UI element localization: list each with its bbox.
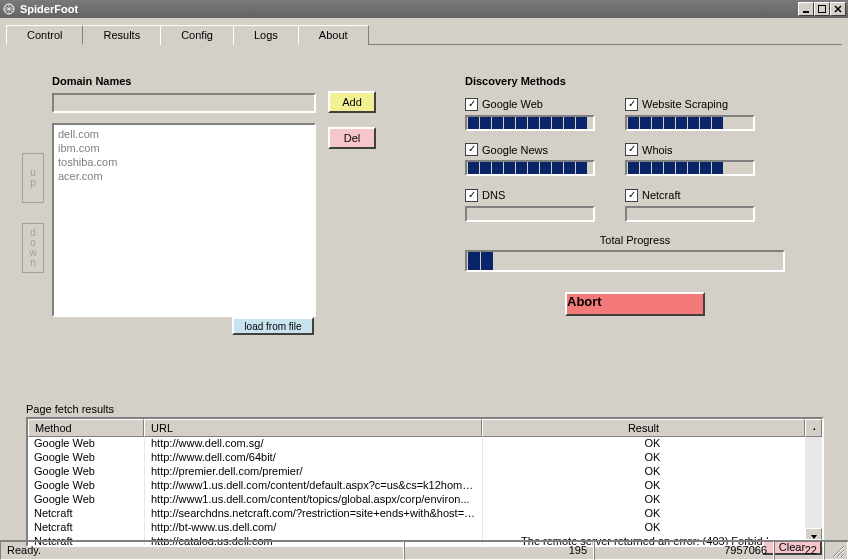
load-from-file-button[interactable]: load from file — [232, 317, 314, 335]
window-title: SpiderFoot — [20, 3, 798, 15]
table-row[interactable]: Netcrafthttp://searchdns.netcraft.com/?r… — [28, 507, 822, 521]
domain-input-wrap — [52, 93, 316, 113]
move-down-button[interactable]: d o w n — [22, 223, 44, 273]
method-whois: ✓Whois — [625, 143, 785, 177]
domain-list[interactable]: dell.com ibm.com toshiba.com acer.com — [52, 123, 316, 317]
method-label: Website Scraping — [642, 98, 728, 110]
method-netcraft: ✓Netcraft — [625, 188, 785, 222]
status-value-2: 7957066 — [594, 541, 774, 560]
tab-control[interactable]: Control — [6, 25, 83, 45]
minimize-button[interactable] — [798, 2, 814, 16]
cell-result: OK — [482, 437, 822, 451]
method-website-scraping: ✓Website Scraping — [625, 97, 785, 131]
table-row[interactable]: Google Webhttp://www.dell.com.sg/OK — [28, 437, 822, 451]
page-fetch-results-heading: Page fetch results — [26, 403, 824, 415]
app-icon — [2, 2, 16, 16]
resize-grip[interactable] — [824, 541, 848, 560]
table-row[interactable]: Google Webhttp://www1.us.dell.com/conten… — [28, 493, 822, 507]
domain-input[interactable] — [58, 97, 310, 109]
method-dns: ✓DNS — [465, 188, 625, 222]
column-header-url[interactable]: URL — [144, 419, 482, 437]
progress-bar — [465, 115, 595, 131]
del-button[interactable]: Del — [328, 127, 376, 149]
table-row[interactable]: Google Webhttp://premier.dell.com/premie… — [28, 465, 822, 479]
method-label: Google Web — [482, 98, 543, 110]
resize-grip-icon — [831, 544, 845, 558]
cell-url: http://www.dell.com.sg/ — [144, 437, 482, 451]
progress-bar — [465, 206, 595, 222]
tab-content-control: Domain Names Add Del u p d o w n dell.co… — [0, 45, 848, 65]
checkbox-google-news[interactable]: ✓ — [465, 143, 478, 156]
domain-names-heading: Domain Names — [52, 75, 131, 87]
total-progress-label: Total Progress — [465, 234, 805, 246]
add-button[interactable]: Add — [328, 91, 376, 113]
tab-config[interactable]: Config — [160, 25, 234, 45]
maximize-button[interactable] — [814, 2, 830, 16]
cell-result: OK — [482, 465, 822, 479]
checkbox-website-scraping[interactable]: ✓ — [625, 98, 638, 111]
cell-url: http://www.dell.com/64bit/ — [144, 451, 482, 465]
progress-bar — [465, 160, 595, 176]
status-value-1: 195 — [404, 541, 594, 560]
tab-about[interactable]: About — [298, 25, 369, 45]
cell-method: Google Web — [28, 451, 144, 465]
cell-method: Netcraft — [28, 507, 144, 521]
method-label: Netcraft — [642, 189, 681, 201]
cell-method: Google Web — [28, 479, 144, 493]
discovery-methods-heading: Discovery Methods — [465, 75, 805, 87]
cell-method: Google Web — [28, 437, 144, 451]
method-label: DNS — [482, 189, 505, 201]
cell-method: Google Web — [28, 493, 144, 507]
tab-strip: Control Results Config Logs About — [6, 24, 842, 45]
close-button[interactable] — [830, 2, 846, 16]
cell-url: http://bt-www.us.dell.com/ — [144, 521, 482, 535]
method-google-news: ✓Google News — [465, 143, 625, 177]
checkbox-google-web[interactable]: ✓ — [465, 98, 478, 111]
tab-logs[interactable]: Logs — [233, 25, 299, 45]
column-header-method[interactable]: Method — [28, 419, 144, 437]
progress-bar — [625, 160, 755, 176]
status-ready: Ready. — [0, 541, 404, 560]
results-table: Method URL Result Google Webhttp://www.d… — [26, 417, 824, 547]
checkbox-whois[interactable]: ✓ — [625, 143, 638, 156]
cell-result: OK — [482, 451, 822, 465]
cell-result: OK — [482, 521, 822, 535]
svg-rect-2 — [819, 6, 826, 13]
table-row[interactable]: Google Webhttp://www1.us.dell.com/conten… — [28, 479, 822, 493]
svg-rect-1 — [803, 11, 809, 13]
tab-results[interactable]: Results — [82, 25, 161, 45]
checkbox-netcraft[interactable]: ✓ — [625, 189, 638, 202]
total-progress-bar — [465, 250, 785, 272]
status-bar: Ready. 195 7957066 22 — [0, 540, 848, 560]
cell-url: http://premier.dell.com/premier/ — [144, 465, 482, 479]
progress-bar — [625, 206, 755, 222]
cell-method: Netcraft — [28, 521, 144, 535]
method-google-web: ✓Google Web — [465, 97, 625, 131]
checkbox-dns[interactable]: ✓ — [465, 189, 478, 202]
cell-result: OK — [482, 507, 822, 521]
cell-method: Google Web — [28, 465, 144, 479]
cell-url: http://searchdns.netcraft.com/?restricti… — [144, 507, 482, 521]
table-row[interactable]: Netcrafthttp://bt-www.us.dell.com/OK — [28, 521, 822, 535]
column-header-result[interactable]: Result — [482, 419, 805, 437]
list-item[interactable]: acer.com — [58, 169, 310, 183]
cell-url: http://www1.us.dell.com/content/topics/g… — [144, 493, 482, 507]
method-label: Whois — [642, 144, 673, 156]
table-row[interactable]: Google Webhttp://www.dell.com/64bit/OK — [28, 451, 822, 465]
abort-button[interactable]: Abort — [565, 292, 705, 316]
cell-result: OK — [482, 493, 822, 507]
titlebar: SpiderFoot — [0, 0, 848, 18]
move-up-button[interactable]: u p — [22, 153, 44, 203]
cell-result: OK — [482, 479, 822, 493]
scroll-up-button[interactable] — [805, 419, 822, 437]
list-item[interactable]: dell.com — [58, 127, 310, 141]
progress-bar — [625, 115, 755, 131]
triangle-up-icon — [812, 425, 815, 431]
vertical-scrollbar[interactable] — [805, 437, 822, 545]
list-item[interactable]: toshiba.com — [58, 155, 310, 169]
list-item[interactable]: ibm.com — [58, 141, 310, 155]
status-value-3: 22 — [774, 541, 824, 560]
cell-url: http://www1.us.dell.com/content/default.… — [144, 479, 482, 493]
method-label: Google News — [482, 144, 548, 156]
